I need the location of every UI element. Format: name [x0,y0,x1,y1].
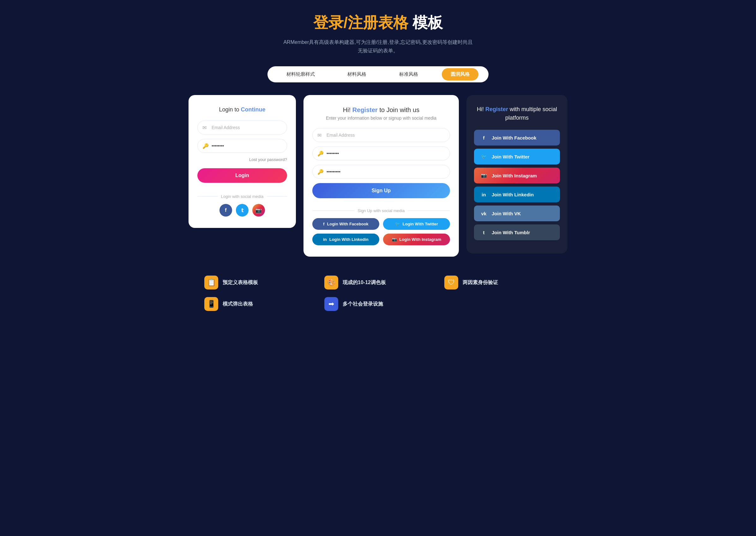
title-highlight: 登录/注册表格 [313,14,408,31]
twitter-icon-button[interactable]: 𝕥 [236,204,249,217]
forgot-password-link[interactable]: Lost your password? [197,157,287,162]
feature-1-text: 预定义表格模板 [223,279,258,286]
signup-button[interactable]: Sign Up [312,183,450,198]
feature-5-text: 多个社会登录设施 [343,301,383,308]
feature-4-text: 模式弹出表格 [223,301,253,308]
join-instagram-icon: 📷 [480,172,487,179]
login-facebook-btn[interactable]: f Login With Facebook [312,218,379,230]
register-card-subtitle: Enter your information below or signup w… [312,116,450,120]
tab-rounded[interactable]: 圆润风格 [442,68,478,81]
instagram-btn-icon: 📷 [392,237,397,242]
join-linkedin-btn[interactable]: in Join With Linkedin [474,186,560,202]
social-card: Hi! Register with multiple social platfo… [466,95,567,253]
login-card-title: Login to Continue [197,106,287,113]
join-instagram-btn[interactable]: 📷 Join With Instagram [474,168,560,184]
feature-1: 📋 预定义表格模板 [204,276,312,289]
join-twitter-icon: 🐦 [480,153,487,160]
reg-email-group: ✉ [312,128,450,142]
facebook-btn-icon: f [323,221,324,226]
page-title: 登录/注册表格 模板 [6,13,750,33]
email-icon: ✉ [202,125,207,131]
twitter-btn-icon: 🐦 [395,221,400,226]
join-linkedin-icon: in [480,191,487,198]
tab-standard[interactable]: 标准风格 [390,68,427,81]
page-header: 登录/注册表格 模板 ARMember具有高级表单构建器,可为注册/注册,登录,… [6,13,750,55]
signup-social-divider: Sign Up with social media [312,208,450,213]
feature-2-icon: 🎨 [324,276,338,289]
reg-confirm-icon: 🔑 [317,169,324,175]
tab-bar: 材料轮廓样式 材料风格 标准风格 圆润风格 [267,66,489,83]
join-facebook-icon: f [480,134,487,141]
cards-row: Login to Continue ✉ 🔑 Lost your password… [189,95,567,257]
reg-email-icon: ✉ [317,132,322,138]
join-tumblr-btn[interactable]: t Join With Tumblr [474,224,560,240]
feature-4: 📱 模式弹出表格 [204,297,312,311]
password-input-group: 🔑 [197,139,287,153]
feature-2: 🎨 现成的10-12调色板 [324,276,432,289]
login-linkedin-btn[interactable]: in Login With Linkedin [312,234,379,245]
email-input[interactable] [197,120,287,134]
join-facebook-btn[interactable]: f Join With Facebook [474,130,560,146]
feature-1-icon: 📋 [204,276,218,289]
reg-password-icon: 🔑 [317,151,324,156]
register-card-title: Hi! Register to Join with us [312,106,450,114]
login-card: Login to Continue ✉ 🔑 Lost your password… [189,95,296,228]
linkedin-btn-icon: in [323,237,327,242]
feature-4-icon: 📱 [204,297,218,311]
register-card: Hi! Register to Join with us Enter your … [303,95,459,257]
social-icons-row: f 𝕥 📷 [197,204,287,217]
login-button[interactable]: Login [197,168,287,183]
page-subtitle: ARMember具有高级表单构建器,可为注册/注册,登录,忘记密码,更改密码等创… [283,38,473,55]
feature-3-text: 两因素身份验证 [463,279,498,286]
feature-2-text: 现成的10-12调色板 [343,279,386,286]
social-card-title: Hi! Register with multiple social platfo… [474,105,560,122]
join-tumblr-icon: t [480,229,487,236]
join-twitter-btn[interactable]: 🐦 Join With Twitter [474,149,560,164]
reg-confirm-group: 🔑 [312,165,450,179]
feature-5: ➡ 多个社会登录设施 [324,297,432,311]
social-divider: Login with social media [197,194,287,199]
reg-password-input[interactable] [312,147,450,160]
features-grid: 📋 预定义表格模板 🎨 现成的10-12调色板 🛡 两因素身份验证 📱 模式弹出… [204,276,552,311]
instagram-icon-button[interactable]: 📷 [252,204,265,217]
title-normal: 模板 [412,14,443,31]
join-vk-icon: vk [480,210,487,217]
join-vk-btn[interactable]: vk Join With VK [474,206,560,221]
feature-5-icon: ➡ [324,297,338,311]
login-twitter-btn[interactable]: 🐦 Login With Twitter [383,218,450,230]
feature-3-icon: 🛡 [444,276,458,289]
login-instagram-btn[interactable]: 📷 Login With Instagram [383,234,450,245]
reg-password-group: 🔑 [312,147,450,160]
email-input-group: ✉ [197,120,287,134]
reg-confirm-input[interactable] [312,165,450,179]
tab-material[interactable]: 材料风格 [338,68,375,81]
features-section: 📋 预定义表格模板 🎨 现成的10-12调色板 🛡 两因素身份验证 📱 模式弹出… [204,276,552,311]
facebook-icon-button[interactable]: f [220,204,232,217]
reg-email-input[interactable] [312,128,450,142]
tab-outline[interactable]: 材料轮廓样式 [278,68,324,81]
password-icon: 🔑 [202,143,209,149]
feature-3: 🛡 两因素身份验证 [444,276,552,289]
password-input[interactable] [197,139,287,153]
social-buttons-grid: f Login With Facebook 🐦 Login With Twitt… [312,218,450,245]
